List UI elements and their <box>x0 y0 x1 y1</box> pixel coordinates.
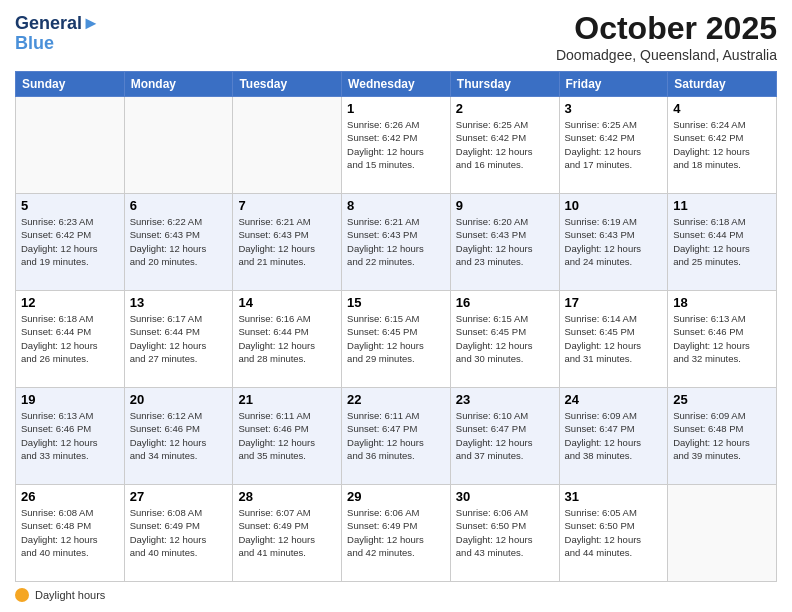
day-detail: Sunrise: 6:19 AM Sunset: 6:43 PM Dayligh… <box>565 215 663 268</box>
day-detail: Sunrise: 6:11 AM Sunset: 6:46 PM Dayligh… <box>238 409 336 462</box>
calendar-header-row: Sunday Monday Tuesday Wednesday Thursday… <box>16 72 777 97</box>
calendar-table: Sunday Monday Tuesday Wednesday Thursday… <box>15 71 777 582</box>
footer: Daylight hours <box>15 588 777 602</box>
day-detail: Sunrise: 6:08 AM Sunset: 6:49 PM Dayligh… <box>130 506 228 559</box>
day-detail: Sunrise: 6:15 AM Sunset: 6:45 PM Dayligh… <box>347 312 445 365</box>
day-detail: Sunrise: 6:09 AM Sunset: 6:48 PM Dayligh… <box>673 409 771 462</box>
sun-icon <box>15 588 29 602</box>
day-detail: Sunrise: 6:22 AM Sunset: 6:43 PM Dayligh… <box>130 215 228 268</box>
day-number: 14 <box>238 295 336 310</box>
calendar-cell-1-5: 10Sunrise: 6:19 AM Sunset: 6:43 PM Dayli… <box>559 194 668 291</box>
day-detail: Sunrise: 6:13 AM Sunset: 6:46 PM Dayligh… <box>673 312 771 365</box>
daylight-label: Daylight hours <box>35 589 105 601</box>
day-detail: Sunrise: 6:14 AM Sunset: 6:45 PM Dayligh… <box>565 312 663 365</box>
calendar-cell-1-4: 9Sunrise: 6:20 AM Sunset: 6:43 PM Daylig… <box>450 194 559 291</box>
day-number: 26 <box>21 489 119 504</box>
day-number: 16 <box>456 295 554 310</box>
day-number: 3 <box>565 101 663 116</box>
calendar-cell-2-2: 14Sunrise: 6:16 AM Sunset: 6:44 PM Dayli… <box>233 291 342 388</box>
header-friday: Friday <box>559 72 668 97</box>
calendar-cell-2-1: 13Sunrise: 6:17 AM Sunset: 6:44 PM Dayli… <box>124 291 233 388</box>
calendar-week-row-3: 19Sunrise: 6:13 AM Sunset: 6:46 PM Dayli… <box>16 388 777 485</box>
day-number: 2 <box>456 101 554 116</box>
day-detail: Sunrise: 6:12 AM Sunset: 6:46 PM Dayligh… <box>130 409 228 462</box>
day-number: 13 <box>130 295 228 310</box>
calendar-cell-3-6: 25Sunrise: 6:09 AM Sunset: 6:48 PM Dayli… <box>668 388 777 485</box>
day-number: 1 <box>347 101 445 116</box>
calendar-cell-0-0 <box>16 97 125 194</box>
logo-text: General► <box>15 14 100 34</box>
day-number: 6 <box>130 198 228 213</box>
logo-text-blue: Blue <box>15 34 100 54</box>
day-number: 10 <box>565 198 663 213</box>
calendar-cell-4-3: 29Sunrise: 6:06 AM Sunset: 6:49 PM Dayli… <box>342 485 451 582</box>
calendar-cell-3-3: 22Sunrise: 6:11 AM Sunset: 6:47 PM Dayli… <box>342 388 451 485</box>
logo: General► Blue <box>15 14 100 54</box>
day-detail: Sunrise: 6:20 AM Sunset: 6:43 PM Dayligh… <box>456 215 554 268</box>
calendar-week-row-2: 12Sunrise: 6:18 AM Sunset: 6:44 PM Dayli… <box>16 291 777 388</box>
day-number: 24 <box>565 392 663 407</box>
day-number: 22 <box>347 392 445 407</box>
day-number: 11 <box>673 198 771 213</box>
day-detail: Sunrise: 6:16 AM Sunset: 6:44 PM Dayligh… <box>238 312 336 365</box>
day-detail: Sunrise: 6:21 AM Sunset: 6:43 PM Dayligh… <box>238 215 336 268</box>
calendar-cell-4-5: 31Sunrise: 6:05 AM Sunset: 6:50 PM Dayli… <box>559 485 668 582</box>
day-detail: Sunrise: 6:06 AM Sunset: 6:49 PM Dayligh… <box>347 506 445 559</box>
month-title: October 2025 <box>556 10 777 47</box>
day-detail: Sunrise: 6:24 AM Sunset: 6:42 PM Dayligh… <box>673 118 771 171</box>
calendar-cell-2-0: 12Sunrise: 6:18 AM Sunset: 6:44 PM Dayli… <box>16 291 125 388</box>
day-detail: Sunrise: 6:10 AM Sunset: 6:47 PM Dayligh… <box>456 409 554 462</box>
day-number: 15 <box>347 295 445 310</box>
day-number: 30 <box>456 489 554 504</box>
day-number: 7 <box>238 198 336 213</box>
day-number: 28 <box>238 489 336 504</box>
day-detail: Sunrise: 6:13 AM Sunset: 6:46 PM Dayligh… <box>21 409 119 462</box>
calendar-cell-1-0: 5Sunrise: 6:23 AM Sunset: 6:42 PM Daylig… <box>16 194 125 291</box>
day-number: 8 <box>347 198 445 213</box>
header-thursday: Thursday <box>450 72 559 97</box>
page: General► Blue October 2025 Doomadgee, Qu… <box>0 0 792 612</box>
day-detail: Sunrise: 6:26 AM Sunset: 6:42 PM Dayligh… <box>347 118 445 171</box>
header-sunday: Sunday <box>16 72 125 97</box>
day-detail: Sunrise: 6:17 AM Sunset: 6:44 PM Dayligh… <box>130 312 228 365</box>
day-number: 25 <box>673 392 771 407</box>
day-number: 9 <box>456 198 554 213</box>
calendar-cell-3-5: 24Sunrise: 6:09 AM Sunset: 6:47 PM Dayli… <box>559 388 668 485</box>
calendar-cell-1-2: 7Sunrise: 6:21 AM Sunset: 6:43 PM Daylig… <box>233 194 342 291</box>
calendar-cell-0-1 <box>124 97 233 194</box>
day-detail: Sunrise: 6:23 AM Sunset: 6:42 PM Dayligh… <box>21 215 119 268</box>
day-detail: Sunrise: 6:15 AM Sunset: 6:45 PM Dayligh… <box>456 312 554 365</box>
calendar-cell-1-1: 6Sunrise: 6:22 AM Sunset: 6:43 PM Daylig… <box>124 194 233 291</box>
calendar-cell-1-3: 8Sunrise: 6:21 AM Sunset: 6:43 PM Daylig… <box>342 194 451 291</box>
day-detail: Sunrise: 6:25 AM Sunset: 6:42 PM Dayligh… <box>565 118 663 171</box>
calendar-week-row-4: 26Sunrise: 6:08 AM Sunset: 6:48 PM Dayli… <box>16 485 777 582</box>
calendar-cell-2-5: 17Sunrise: 6:14 AM Sunset: 6:45 PM Dayli… <box>559 291 668 388</box>
header-saturday: Saturday <box>668 72 777 97</box>
calendar-cell-4-6 <box>668 485 777 582</box>
header-wednesday: Wednesday <box>342 72 451 97</box>
day-number: 31 <box>565 489 663 504</box>
calendar-cell-2-6: 18Sunrise: 6:13 AM Sunset: 6:46 PM Dayli… <box>668 291 777 388</box>
calendar-cell-0-4: 2Sunrise: 6:25 AM Sunset: 6:42 PM Daylig… <box>450 97 559 194</box>
calendar-cell-3-0: 19Sunrise: 6:13 AM Sunset: 6:46 PM Dayli… <box>16 388 125 485</box>
calendar-cell-3-4: 23Sunrise: 6:10 AM Sunset: 6:47 PM Dayli… <box>450 388 559 485</box>
day-detail: Sunrise: 6:07 AM Sunset: 6:49 PM Dayligh… <box>238 506 336 559</box>
header: General► Blue October 2025 Doomadgee, Qu… <box>15 10 777 63</box>
day-detail: Sunrise: 6:11 AM Sunset: 6:47 PM Dayligh… <box>347 409 445 462</box>
day-number: 4 <box>673 101 771 116</box>
title-block: October 2025 Doomadgee, Queensland, Aust… <box>556 10 777 63</box>
calendar-cell-3-2: 21Sunrise: 6:11 AM Sunset: 6:46 PM Dayli… <box>233 388 342 485</box>
day-number: 21 <box>238 392 336 407</box>
calendar-cell-0-3: 1Sunrise: 6:26 AM Sunset: 6:42 PM Daylig… <box>342 97 451 194</box>
day-detail: Sunrise: 6:06 AM Sunset: 6:50 PM Dayligh… <box>456 506 554 559</box>
day-number: 19 <box>21 392 119 407</box>
header-tuesday: Tuesday <box>233 72 342 97</box>
calendar-cell-4-0: 26Sunrise: 6:08 AM Sunset: 6:48 PM Dayli… <box>16 485 125 582</box>
calendar-cell-0-6: 4Sunrise: 6:24 AM Sunset: 6:42 PM Daylig… <box>668 97 777 194</box>
calendar-cell-4-4: 30Sunrise: 6:06 AM Sunset: 6:50 PM Dayli… <box>450 485 559 582</box>
calendar-week-row-0: 1Sunrise: 6:26 AM Sunset: 6:42 PM Daylig… <box>16 97 777 194</box>
day-number: 29 <box>347 489 445 504</box>
day-number: 12 <box>21 295 119 310</box>
day-number: 20 <box>130 392 228 407</box>
calendar-cell-2-4: 16Sunrise: 6:15 AM Sunset: 6:45 PM Dayli… <box>450 291 559 388</box>
